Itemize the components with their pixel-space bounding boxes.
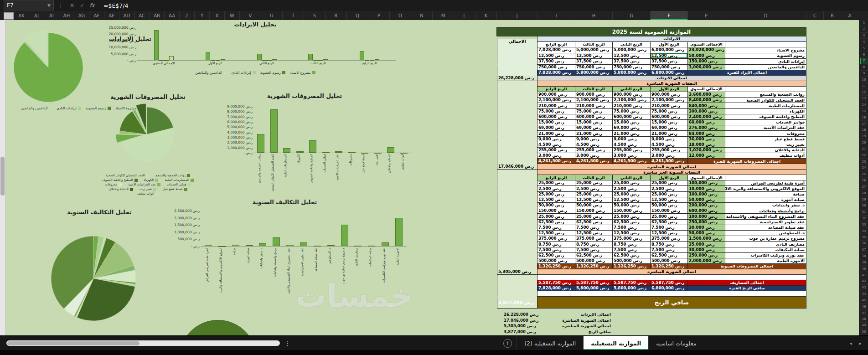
bar[interactable]: [368, 246, 375, 247]
quarter-value[interactable]: ر.س 15,000: [537, 120, 575, 125]
total-col[interactable]: [497, 131, 537, 136]
quarter-value[interactable]: ر.س 75,000: [612, 109, 650, 114]
total-col[interactable]: [497, 170, 537, 175]
total-col[interactable]: [497, 103, 537, 108]
row-header-19[interactable]: 19: [860, 134, 868, 140]
quarter-value[interactable]: ر.س 4,500: [537, 142, 575, 148]
annual-value[interactable]: ر.س 2,400,000: [687, 114, 725, 120]
row-label[interactable]: أسرة طبية لطريحي الفراش: [725, 180, 806, 186]
quarter-value[interactable]: ر.س 12,500: [612, 197, 650, 203]
row-header-45[interactable]: 45: [860, 297, 868, 304]
total-col[interactable]: [497, 258, 537, 264]
quarter-value[interactable]: ر.س 21,000: [612, 131, 650, 136]
header-empty[interactable]: [725, 87, 806, 92]
quarter-header[interactable]: الربع الرابع: [537, 42, 575, 47]
bar[interactable]: [216, 60, 220, 61]
bar[interactable]: [300, 242, 307, 246]
column-header-AB[interactable]: AB: [149, 11, 164, 20]
quarter-value[interactable]: ر.س 25,000: [575, 192, 612, 197]
row-header-47[interactable]: 47: [860, 310, 868, 316]
total-col[interactable]: [497, 70, 537, 76]
total-col[interactable]: [497, 59, 537, 65]
annual-value[interactable]: ر.س 12,000: [687, 153, 725, 159]
row-label[interactable]: عقد الحراسات الأمنية: [725, 125, 806, 131]
column-header-V[interactable]: V: [239, 11, 261, 20]
quarter-value[interactable]: ر.س 25,000: [575, 180, 612, 186]
quarter-value[interactable]: ر.س 3,000: [575, 153, 612, 159]
row-header-10[interactable]: 10: [860, 77, 868, 83]
row-header-34[interactable]: 34: [860, 228, 868, 234]
row-label[interactable]: رسوم العضوية: [725, 53, 806, 59]
quarter-value[interactable]: ر.س 62,500: [612, 253, 650, 258]
yearly-grand-value[interactable]: ر.س 5,305,000: [497, 269, 537, 275]
annual-value[interactable]: ر.س 36,000: [687, 137, 725, 142]
bar[interactable]: [270, 109, 278, 153]
scrollbar-options-icon[interactable]: ⋮: [284, 340, 291, 347]
yearly-period-total[interactable]: ر.س 1,326,250: [575, 264, 612, 269]
quarter-value[interactable]: ر.س 12,500: [537, 231, 575, 236]
annual-value[interactable]: ر.س 18,000: [687, 142, 725, 148]
quarter-value[interactable]: ر.س 600,000: [537, 114, 575, 120]
quarter-value[interactable]: ر.س 69,000: [537, 125, 575, 131]
quarter-value[interactable]: ر.س 500,000: [650, 258, 687, 264]
column-header-P[interactable]: P: [368, 11, 389, 20]
quarter-value[interactable]: ر.س 25,000: [575, 214, 612, 219]
row-header-39[interactable]: 39: [860, 259, 868, 266]
row-header-9[interactable]: 9: [860, 71, 868, 77]
row-label[interactable]: الدعاية والاعلان: [725, 148, 806, 153]
quarter-value[interactable]: ر.س 7,028,000: [537, 47, 575, 53]
row-header-22[interactable]: 22: [860, 152, 868, 159]
quarter-value[interactable]: ر.س 62,500: [537, 220, 575, 225]
annual-value[interactable]: ر.س 100,000: [687, 214, 725, 219]
bar[interactable]: [323, 59, 328, 60]
row-header-44[interactable]: 44: [860, 291, 868, 298]
bar[interactable]: [154, 30, 159, 60]
row-label[interactable]: الداعمين والمانحين: [725, 65, 806, 71]
bar[interactable]: [335, 151, 342, 153]
quarter-value[interactable]: ر.س 25,000: [612, 192, 650, 197]
quarter-value[interactable]: ر.س 7,500: [612, 225, 650, 231]
vertical-scrollbar-thumb[interactable]: [0, 157, 5, 196]
quarter-value[interactable]: ر.س 255,000: [575, 148, 612, 153]
column-header-I[interactable]: I: [537, 11, 575, 20]
quarter-header[interactable]: الربع الأول: [650, 87, 687, 92]
annual-value[interactable]: ر.س 250,000: [687, 220, 725, 225]
annual-value[interactable]: ر.س 50,000: [687, 197, 725, 203]
quarter-value[interactable]: ر.س 8,750: [612, 242, 650, 247]
quarter-value[interactable]: ر.س 75,000: [537, 109, 575, 114]
monthly-period-total[interactable]: ر.س 4,261,500: [612, 159, 650, 164]
quarter-value[interactable]: ر.س 15,000: [575, 120, 612, 125]
row-header-35[interactable]: 35: [860, 234, 868, 241]
column-header-L[interactable]: L: [454, 11, 475, 20]
quarter-value[interactable]: ر.س 3,000: [537, 153, 575, 159]
annual-value[interactable]: ر.س 1,020,000: [687, 148, 725, 153]
monthly-expenses-pie-chart[interactable]: تحليل المصروفات الشهريةرواتب الجمعية وال…: [101, 93, 195, 196]
total-expenses[interactable]: ر.س 5,587,750: [650, 280, 687, 286]
row-label[interactable]: العقد التشغيلي للكوادر الصحية: [725, 98, 806, 103]
bar[interactable]: [283, 148, 290, 153]
row-header-38[interactable]: 38: [860, 253, 868, 260]
row-header-33[interactable]: 33: [860, 222, 868, 228]
row-label[interactable]: المطبخ واعاشة الضيوف: [725, 114, 806, 120]
annual-value[interactable]: ر.س 2,000,000: [687, 258, 725, 264]
quarter-header[interactable]: الربع الثالث: [575, 87, 612, 92]
column-header-H[interactable]: H: [575, 11, 612, 20]
row-header-48[interactable]: 48: [860, 316, 868, 323]
column-header-AG[interactable]: AG: [74, 11, 89, 20]
revenue-period-total[interactable]: ر.س 6,800,000: [650, 70, 687, 76]
bar[interactable]: [354, 246, 362, 247]
row-header-12[interactable]: 12: [860, 89, 868, 96]
add-sheet-button[interactable]: +: [503, 339, 512, 348]
row-label[interactable]: أدوات تنظيف: [725, 153, 806, 159]
total-col[interactable]: [497, 225, 537, 231]
row-label[interactable]: الاجهزه الطبية: [725, 258, 806, 264]
total-col[interactable]: [497, 53, 537, 59]
quarter-header[interactable]: الربع الثاني: [612, 42, 650, 47]
quarter-value[interactable]: ر.س 500,000: [612, 258, 650, 264]
row-header-50[interactable]: 50: [860, 329, 868, 335]
annual-value[interactable]: ر.س 50,000: [687, 231, 725, 236]
row-header-25[interactable]: 25: [860, 171, 868, 178]
bar[interactable]: [262, 60, 267, 61]
row-label[interactable]: د. سفر وانتدابات: [725, 203, 806, 208]
yearly-period-total[interactable]: ر.س 1,326,250: [612, 264, 650, 269]
